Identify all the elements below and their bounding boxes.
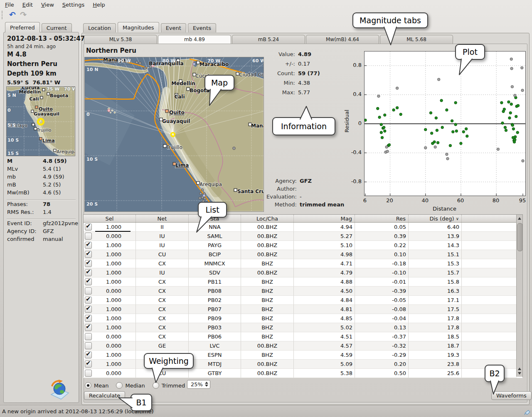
radio-icon[interactable]	[85, 382, 91, 389]
menu-view[interactable]: View	[37, 0, 58, 9]
row-checkbox[interactable]	[85, 342, 92, 349]
menu-settings[interactable]: Settings	[58, 0, 89, 9]
menu-help[interactable]: Help	[89, 0, 109, 9]
column-header-sel[interactable]: Sel	[84, 215, 136, 222]
weight-value[interactable]: 1.000	[92, 270, 135, 276]
residual-plot[interactable]: Residual 0.80.40-0.4-0.8 62040608095 Dis	[341, 44, 531, 212]
weight-value[interactable]: 1.000	[92, 260, 135, 267]
radio-icon[interactable]	[116, 382, 123, 389]
table-row-PB08[interactable]: 0.000CXPB08BHZ4.50-0.3916.3	[84, 287, 522, 296]
row-checkbox[interactable]	[85, 315, 92, 322]
table-row-PB09[interactable]: 1.000CXPB09BHZ4.85-0.0417.8	[84, 314, 522, 323]
spinbox-arrows-icon[interactable]	[205, 382, 208, 387]
row-checkbox[interactable]	[85, 324, 92, 331]
cell-sel[interactable]: 1.000	[84, 296, 136, 305]
weight-value[interactable]: 1.000	[92, 352, 135, 358]
table-row-PB11[interactable]: 1.000CXPB11BHZ4.88-0.0115.8	[84, 277, 522, 287]
row-checkbox[interactable]	[85, 297, 92, 304]
weight-value[interactable]: 1.000	[92, 297, 135, 303]
weight-value[interactable]: 0.000	[92, 370, 135, 376]
weight-value[interactable]: 0.000	[92, 334, 135, 340]
row-checkbox[interactable]	[85, 233, 92, 240]
row-checkbox[interactable]	[85, 223, 92, 231]
row-checkbox[interactable]	[85, 278, 92, 285]
magtab-mb-5-24[interactable]: mB 5.24	[232, 35, 305, 44]
weight-value[interactable]: 1.000	[92, 324, 135, 331]
cell-sel[interactable]: 1.000	[84, 277, 136, 287]
table-scrollbar[interactable]	[516, 215, 522, 377]
cell-sel[interactable]: 1.000	[84, 323, 136, 332]
weight-value[interactable]: 1.000	[92, 279, 135, 285]
redo-icon[interactable]: ↷	[18, 10, 29, 20]
row-checkbox[interactable]	[85, 351, 92, 358]
undo-icon[interactable]: ↶	[7, 10, 18, 20]
scroll-up2-icon[interactable]	[518, 368, 521, 370]
menu-edit[interactable]: Edit	[18, 0, 37, 9]
scrollbar-thumb[interactable]	[517, 223, 523, 251]
table-row-PAYG[interactable]: 1.000IUPAYG00.BHZ5.100.2214.3	[84, 241, 522, 250]
cell-sel[interactable]: 1.000	[84, 250, 136, 259]
cell-sel[interactable]: 1.000	[84, 360, 136, 369]
tab-magnitudes[interactable]: Magnitudes	[118, 22, 159, 32]
weight-value[interactable]: 1.000	[92, 361, 135, 367]
weight-value[interactable]: 0.000	[92, 233, 135, 239]
cell-sel[interactable]: 1.000	[84, 223, 136, 232]
tab-preferred[interactable]: Preferred	[5, 22, 40, 32]
weight-value[interactable]: 1.000	[92, 315, 135, 321]
row-checkbox[interactable]	[85, 251, 92, 258]
weighting-option-median[interactable]: Median	[116, 382, 145, 389]
table-row-SDV[interactable]: 1.000IUSDV00.BHZ4.79-0.1015.7	[84, 268, 522, 277]
tab-location[interactable]: Location	[83, 23, 116, 32]
row-checkbox[interactable]	[85, 287, 92, 294]
cell-sel[interactable]: 0.000	[84, 232, 136, 241]
weight-value[interactable]: 0.000	[92, 288, 135, 294]
row-checkbox[interactable]	[85, 370, 92, 377]
weight-value[interactable]: 1.000	[92, 224, 135, 230]
table-row-MNMCX[interactable]: 1.000CXMNMCXBHZ4.71-0.1815.3	[84, 259, 522, 268]
column-header-res[interactable]: Res	[355, 215, 409, 222]
row-checkbox[interactable]	[85, 306, 92, 313]
cell-sel[interactable]: 1.000	[84, 351, 136, 360]
magnitude-map[interactable]: ManaguaBarranquillaMaracaiboCúcutaCiudad…	[84, 57, 264, 212]
menu-file[interactable]: File	[1, 0, 18, 9]
cell-sel[interactable]: 0.000	[84, 287, 136, 296]
row-checkbox[interactable]	[85, 269, 92, 276]
column-header-mag[interactable]: Mag	[294, 215, 355, 222]
overview-map[interactable]: CúcutaMedellínBogotáCaliQuitoGuayaquilCh…	[6, 86, 75, 156]
weighting-option-mean[interactable]: Mean	[85, 382, 108, 389]
magtab-mlv-5-38[interactable]: MLv 5.38	[84, 35, 157, 44]
row-checkbox[interactable]	[85, 260, 92, 267]
table-row-LVC[interactable]: 0.000GELVC00.BHZ4.57-0.3218.7	[84, 341, 522, 351]
table-row-SAML[interactable]: 0.000IUSAML00.BHZ5.270.3913.9	[84, 232, 522, 241]
column-header-dis-deg-[interactable]: Dis (deg)∨	[409, 215, 462, 222]
row-checkbox[interactable]	[85, 361, 92, 368]
weight-value[interactable]: 1.000	[92, 242, 135, 248]
toolbar-drag-handle[interactable]	[2, 11, 5, 19]
cell-sel[interactable]: 1.000	[84, 314, 136, 323]
cell-sel[interactable]: 1.000	[84, 259, 136, 268]
magtab-mw-mb-4-64[interactable]: Mw(mB) 4.64	[306, 35, 379, 44]
magtab-mb-4-89[interactable]: mb 4.89	[158, 35, 231, 44]
cell-sel[interactable]: 1.000	[84, 268, 136, 277]
weight-value[interactable]: 0.000	[92, 343, 135, 349]
trim-percent-spinbox[interactable]: 25%	[187, 380, 210, 389]
cell-sel[interactable]: 1.000	[84, 305, 136, 314]
tab-event[interactable]: Event	[161, 23, 186, 32]
table-row-PB02[interactable]: 1.000CXPB02BHZ4.84-0.0517.1	[84, 296, 522, 305]
tab-events[interactable]: Events	[188, 23, 216, 32]
klipper-icon[interactable]	[524, 409, 531, 416]
table-row-BCIP[interactable]: 1.000CUBCIP00.BHZ4.980.1015.1	[84, 250, 522, 259]
row-checkbox[interactable]	[85, 333, 92, 340]
column-header-net[interactable]: Net	[136, 215, 189, 222]
cell-sel[interactable]: 0.000	[84, 369, 136, 378]
table-row-PB03[interactable]: 1.000CXPB03BHZ5.020.1317.8	[84, 323, 522, 332]
column-header-loc-cha[interactable]: Loc/Cha	[241, 215, 294, 222]
table-row-PB06[interactable]: 0.000CXPB06BHZ4.51-0.3718.5	[84, 332, 522, 341]
scroll-up-icon[interactable]	[518, 217, 521, 220]
table-row-NNA[interactable]: 1.000IINNA00.BHZ4.940.056.40	[84, 223, 522, 232]
scroll-down-icon[interactable]	[518, 372, 521, 375]
cell-sel[interactable]: 0.000	[84, 332, 136, 341]
weight-value[interactable]: 1.000	[92, 306, 135, 312]
cell-sel[interactable]: 0.000	[84, 341, 136, 351]
table-row-PB07[interactable]: 1.000CXPB07BHZ4.81-0.0817.5	[84, 305, 522, 314]
